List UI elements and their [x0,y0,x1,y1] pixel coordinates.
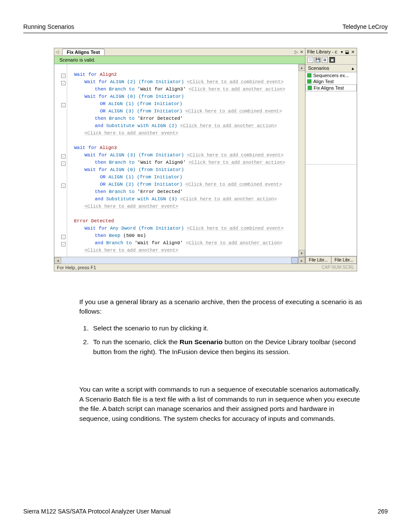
section: Align3 [100,145,117,150]
val: ALIGN (0) (from Initiator) [110,94,184,99]
scroll-down-icon[interactable]: ▾ [299,250,305,257]
hint[interactable]: <Click here to add another action> [189,87,285,92]
hint[interactable]: <Click here to add another action> [180,123,277,128]
scroll-left-icon[interactable]: ◂ [54,257,61,264]
val: ALIGN (2) (from Initiator) [109,182,183,187]
kw: Branch to [109,116,134,121]
val: 'Wait for Align0' [134,240,183,246]
panel-controls[interactable]: ▾ ⬓ ✕ [341,50,355,54]
copy-icon[interactable]: ⧉ [322,57,328,63]
status-help: For Help, press F1 [57,265,96,270]
section: Align2 [100,72,117,77]
fold-icon[interactable]: - [61,235,65,239]
list-item[interactable]: Align Test [305,78,357,84]
item-label: Fix Aligns Test [314,85,344,90]
hint[interactable]: <Click here to add combined event> [187,79,283,84]
status-indicators: CAP NUM SCRL [322,265,354,270]
kw: Wait for [84,152,107,158]
section: Error Detected [74,218,114,224]
hint[interactable]: <Click here to add another action> [189,160,285,165]
footer-page: 269 [378,508,388,515]
val: ALIGN (3) (from Initiator) [110,152,184,158]
horizontal-scrollbar[interactable]: ◂ ▸ [54,257,305,264]
val: ALIGN (2) [152,123,177,128]
collapse-icon[interactable]: ▴ [352,65,354,71]
val: ALIGN (0) (from Initiator) [110,167,184,172]
list-item[interactable]: Sequencers ex... [305,72,357,78]
kw: then [95,160,106,165]
tab-fix-aligns[interactable]: Fix Aligns Test [62,49,105,55]
fold-icon[interactable]: - [61,242,65,246]
scroll-thumb[interactable] [291,257,298,264]
val: ALIGN (1) (from Initiator) [109,174,183,180]
file-library-panel: File Library - c ▾ ⬓ ✕ □ 💾 ⧉ ▣ Scenarios… [305,48,357,264]
hint[interactable]: <Click here to add combined event> [187,152,283,158]
hint[interactable]: <Click here to add another action> [186,240,282,246]
kw: and [95,240,103,246]
kw: Wait for [84,167,107,172]
paragraph: You can write a script with commands to … [79,385,364,423]
status-bar: For Help, press F1 CAP NUM SCRL [54,264,357,271]
hint[interactable]: <Click here to add combined event> [185,182,282,187]
new-file-icon[interactable]: □ [307,57,313,63]
hint[interactable]: <Click here to add another action> [180,196,277,202]
kw: OR [100,109,106,114]
item-label: Align Test [313,79,334,84]
code-editor[interactable]: Wait for Align2 Wait for ALIGN (2) (from… [67,64,298,257]
fold-icon[interactable]: - [61,81,65,85]
editor-tabbar: ◁ Fix Aligns Test ▷ ✕ [54,48,305,56]
list-header: Scenarios [308,65,329,71]
header-left: Running Scenarios [23,23,74,30]
val: Any Dword (from Initiator) [110,226,184,231]
val: 'Error Detected' [137,116,183,121]
kw: then [95,116,106,121]
kw: Branch to [109,160,134,165]
kw: Wait for [84,226,107,231]
page-footer: Sierra M122 SAS/SATA Protocol Analyzer U… [23,508,388,515]
kw: Beep [109,233,120,238]
fold-icon[interactable]: - [61,103,65,107]
hint[interactable]: <Click here to add combined event> [185,109,282,114]
run-icon[interactable]: ▣ [329,57,335,63]
kw: then [95,87,106,92]
body-text: If you use a general library as a scenar… [79,297,364,423]
hint[interactable]: <Click here to add another event> [84,131,178,136]
kw: then [95,189,106,194]
kw: Wait for [74,145,97,150]
fold-gutter: - - - - - - - - [54,64,67,257]
kw: OR [100,174,106,180]
fold-icon[interactable]: - [61,154,65,159]
bottom-tab[interactable]: File Libr... [331,256,357,264]
scroll-right-icon[interactable]: ▸ [298,257,305,264]
kw: Wait for [74,72,97,77]
kw: OR [100,101,106,106]
hint[interactable]: <Click here to add another event> [84,204,178,209]
step-1: Select the scenario to run by clicking i… [90,324,364,333]
hint[interactable]: <Click here to add another event> [84,248,178,253]
kw: OR [100,182,106,187]
list-item-selected[interactable]: Fix Aligns Test [305,84,357,91]
fold-icon[interactable]: - [61,162,65,166]
item-label: Sequencers ex... [313,73,349,78]
kw: Substitute with [106,196,149,202]
tab-close-icon[interactable]: ✕ [300,50,303,54]
fold-icon[interactable]: - [61,184,65,188]
val: ALIGN (3) [152,196,177,202]
tab-prev-icon[interactable]: ◁ [54,50,60,54]
kw: Substitute with [106,123,149,128]
step-2: To run the scenario, click the Run Scena… [90,337,364,357]
kw: Branch to [109,87,134,92]
kw: Wait for [84,94,107,99]
vertical-scrollbar[interactable]: ▴ ▾ [298,64,305,257]
kw: Wait for [84,79,107,84]
tab-play-icon[interactable]: ▷ [295,50,298,54]
hint[interactable]: <Click here to add combined event> [187,226,283,231]
footer-left: Sierra M122 SAS/SATA Protocol Analyzer U… [23,508,171,515]
kw: Branch to [106,240,131,246]
scroll-up-icon[interactable]: ▴ [299,64,305,71]
bottom-tab[interactable]: File Libr... [305,256,331,264]
fold-icon[interactable]: - [61,74,65,78]
scenario-list: Sequencers ex... Align Test Fix Aligns T… [305,72,357,164]
save-icon[interactable]: 💾 [314,57,321,63]
val: ALIGN (1) (from Initiator) [109,101,183,106]
